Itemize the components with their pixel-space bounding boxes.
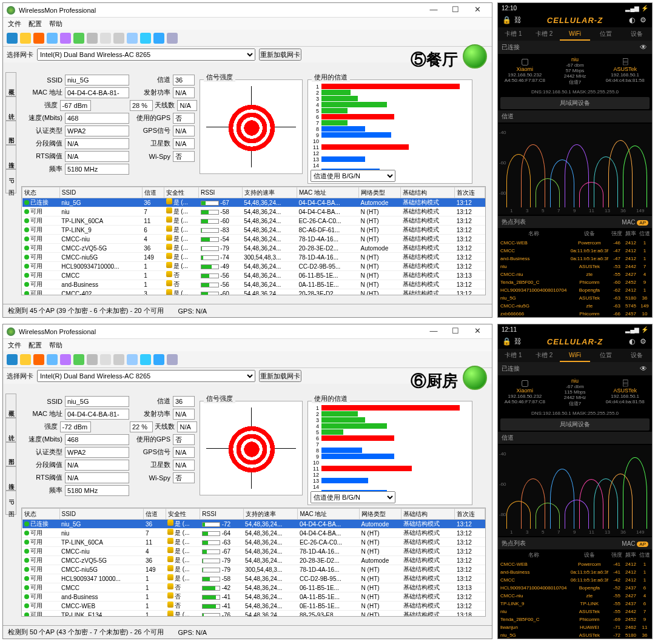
hotspot-row[interactable]: and-Business0a:11:b5:1e:a6:3f-4724121 [499,255,651,262]
phone-tab[interactable]: 卡槽 1 [498,349,529,362]
grid-row[interactable]: 可用CMCC-niu4是 (... -6754,48,36,24...78-1D… [22,547,485,556]
lan-devices-button[interactable]: 局域网设备 [500,418,650,431]
grid-header[interactable]: 支持的速率 [242,187,297,198]
grid-header[interactable]: 网络类型 [360,509,401,520]
menu-item[interactable]: 文件 [8,341,21,350]
ap-badge[interactable]: AP [637,542,648,547]
share-icon[interactable]: ⛓ [513,15,523,25]
toolbar-icon-4[interactable] [60,354,71,365]
gear-icon[interactable]: ⚙ [639,337,648,346]
toolbar-icon-6[interactable] [87,33,98,44]
sidetab[interactable]: 图形 [5,442,16,466]
phone-tab[interactable]: WiFi [560,27,591,41]
phone-tab[interactable]: 卡槽 2 [529,349,560,362]
grid-header[interactable]: 支持的速率 [243,509,298,520]
grid-header[interactable]: 安全性 [166,509,200,520]
menu-item[interactable]: 配置 [29,341,42,350]
grid-row[interactable]: 已连接niu_5G36是 (... -6754,48,36,24...04-D4… [22,198,485,207]
sidetab[interactable]: 统计 [5,418,16,442]
grid-row[interactable]: 可用CMCC1否 -4254,48,36,24...06-11-B5-1E...… [22,583,485,592]
phone-tab[interactable]: 位置 [590,349,621,362]
lan-devices-button[interactable]: 局域网设备 [500,97,650,109]
grid-header[interactable]: SSID [59,187,142,198]
phone-tab[interactable]: 设备 [621,27,652,41]
hotspot-row[interactable]: CMCC-WEBPowercom-4624121 [499,240,651,246]
grid-row[interactable]: 可用niu7是 (... -5854,48,36,24...04-D4-C4-B… [22,207,485,216]
phone-tab[interactable]: 设备 [621,349,652,362]
toolbar-icon-0[interactable] [7,33,18,44]
grid-row[interactable]: 可用CMCC-niu4是 (... -5454,48,36,24...78-1D… [22,235,485,244]
max-button[interactable]: ☐ [445,326,466,338]
grid-row[interactable]: 可用CMCC-niu5G149是 (... -79300,54,48,3...7… [22,565,485,574]
phone-tab[interactable]: 卡槽 1 [498,27,529,41]
phone-tab[interactable]: WiFi [560,349,591,362]
channel-mode-select[interactable]: 信道使用 B/G/N [311,491,395,503]
max-button[interactable]: ☐ [445,4,466,16]
grid-row[interactable]: 可用TP-LINK_96是 (... -8354,48,36,24...8C-A… [22,226,485,235]
grid-header[interactable]: MAC 地址 [298,509,360,520]
menu-item[interactable]: 帮助 [49,19,62,29]
toolbar-icon-1[interactable] [20,354,31,365]
toolbar-icon-8[interactable] [113,354,124,365]
sidetab[interactable]: 概要 [5,394,16,418]
hotspot-row[interactable]: zxb666666Phicomm-66245710 [499,310,651,317]
grid-row[interactable]: 可用CMCC-zVQ5-5G36是 (... -7954,48,36,24...… [22,244,485,253]
hotspot-row[interactable]: CMCC06:11:b5:1e:a6:3f-4224121 [499,577,651,583]
grid-header[interactable]: 首次连 [455,509,485,520]
hotspot-row[interactable]: niuASUSTek-5324427 [499,263,651,270]
phone-tab[interactable]: 位置 [590,27,621,41]
toolbar-icon-11[interactable] [153,354,164,365]
eye-icon[interactable]: 👁 [639,42,648,52]
hotspot-row[interactable]: niuASUSTek-5524427 [499,608,651,615]
channel-mode-select[interactable]: 信道使用 B/G/N [311,170,395,182]
sidetab[interactable]: 连接 [5,145,16,169]
menu-item[interactable]: 帮助 [49,341,62,350]
gear-icon[interactable]: ⚙ [639,15,648,25]
toolbar-icon-9[interactable] [127,33,138,44]
hotspot-row[interactable]: niu_5GASUSTek-72518036 [499,632,651,639]
close-button[interactable]: ✕ [466,326,488,338]
grid-header[interactable]: 信道 [144,509,166,520]
hotspot-table[interactable]: 名称设备强度频率信道CMCC-WEBPowercom-4124121and-Bu… [498,549,652,639]
grid-row[interactable]: 可用TP-LINK_60CA11是 (... -6054,48,36,24...… [22,216,485,226]
gauge-icon[interactable]: ◐ [627,15,637,25]
toolbar-icon-9[interactable] [127,354,138,365]
grid-header[interactable]: 状态 [22,509,60,520]
sidetab[interactable]: IP 图 [5,491,16,515]
hotspot-row[interactable]: HCL900934710004008010704Bopengfa-6224121 [499,287,651,293]
ap-badge[interactable]: AP [637,220,648,226]
close-button[interactable]: ✕ [466,4,488,16]
hotspot-table[interactable]: 名称设备强度频率信道CMCC-WEBPowercom-4624121CMCC0a… [498,228,652,318]
grid-row[interactable]: 可用CMCC-4023是 (... -6054,48,36,24...20-28… [22,289,485,296]
hotspot-row[interactable]: liwanjunHUAWEI-71246211 [499,624,651,631]
hotspot-row[interactable]: CMCC-niu5Gzte-635745149 [499,303,651,309]
toolbar-icon-1[interactable] [20,33,31,44]
toolbar-icon-0[interactable] [7,354,18,365]
grid-row[interactable]: 可用HCL900934710000...1是 (... -4954,48,36,… [22,262,485,271]
menu-item[interactable]: 文件 [8,19,21,29]
grid-header[interactable]: 首次连 [455,187,485,198]
hotspot-row[interactable]: HCL900934710004008010704Bopengfa-5224376 [499,585,651,591]
nic-select[interactable]: Intel(R) Dual Band Wireless-AC 8265 [37,370,255,382]
hotspot-row[interactable]: CMCC-niuzte-5524274 [499,271,651,278]
lock-icon[interactable]: 🔒 [502,337,511,346]
hotspot-row[interactable]: TP-LINK_9TP-LINK-5524376 [499,600,651,607]
toolbar-icon-7[interactable] [100,354,111,365]
grid-header[interactable]: 基础结构 [401,187,455,198]
grid-row[interactable]: 可用CMCC-niu5G149是 (... -74300,54,48,3...7… [22,253,485,262]
toolbar-icon-2[interactable] [33,33,44,44]
toolbar-icon-12[interactable] [167,33,178,44]
sidetab[interactable]: 统计 [5,96,16,121]
hotspot-row[interactable]: Tenda_2B5F00_CPhicomm-6024529 [499,279,651,286]
grid-row[interactable]: 可用TP-LINK_E1341是 (... -7654,48,36,24...8… [22,611,485,617]
toolbar-icon-4[interactable] [60,33,71,44]
grid-row[interactable]: 可用CMCC1否 -5654,48,36,24...06-11-B5-1E...… [22,271,485,280]
phone-tab[interactable]: 卡槽 2 [529,27,560,41]
hotspot-row[interactable]: Tenda_2B5F00_CPhicomm-6924529 [499,616,651,623]
gauge-icon[interactable]: ◐ [627,337,637,346]
toolbar-icon-5[interactable] [73,354,84,365]
toolbar-icon-10[interactable] [140,33,151,44]
nic-select[interactable]: Intel(R) Dual Band Wireless-AC 8265 [37,49,255,61]
grid-header[interactable]: 信道 [142,187,164,198]
toolbar-icon-10[interactable] [140,354,151,365]
